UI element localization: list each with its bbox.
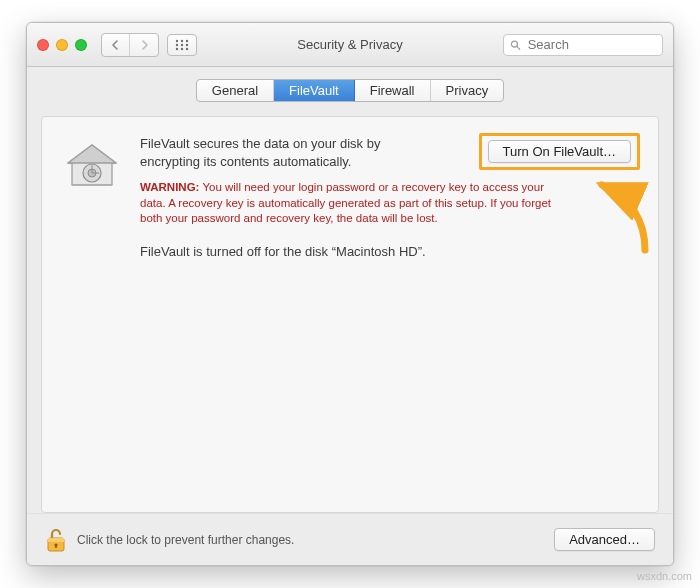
filevault-description: FileVault secures the data on your disk … xyxy=(140,135,430,170)
preferences-window: Security & Privacy General FileVault Fir… xyxy=(26,22,674,566)
content-area: General FileVault Firewall Privacy xyxy=(27,67,673,565)
svg-point-5 xyxy=(186,43,188,45)
filevault-icon xyxy=(60,135,124,191)
forward-button[interactable] xyxy=(130,34,158,56)
search-input[interactable] xyxy=(526,36,656,53)
close-button[interactable] xyxy=(37,39,49,51)
nav-segment xyxy=(101,33,159,57)
turn-on-filevault-button[interactable]: Turn On FileVault… xyxy=(488,140,631,163)
svg-point-0 xyxy=(176,39,178,41)
svg-point-3 xyxy=(176,43,178,45)
svg-point-2 xyxy=(186,39,188,41)
tab-general[interactable]: General xyxy=(197,80,274,101)
tab-bar: General FileVault Firewall Privacy xyxy=(196,79,504,102)
lock-open-icon xyxy=(45,527,67,553)
svg-point-6 xyxy=(176,47,178,49)
tab-filevault[interactable]: FileVault xyxy=(274,80,355,101)
svg-line-10 xyxy=(517,46,520,49)
svg-point-1 xyxy=(181,39,183,41)
filevault-warning: WARNING: You will need your login passwo… xyxy=(140,180,560,227)
tab-firewall[interactable]: Firewall xyxy=(355,80,431,101)
callout-highlight: Turn On FileVault… xyxy=(479,133,640,170)
svg-rect-20 xyxy=(55,545,57,548)
zoom-button[interactable] xyxy=(75,39,87,51)
filevault-panel: FileVault secures the data on your disk … xyxy=(41,116,659,513)
window-controls xyxy=(37,39,87,51)
svg-point-8 xyxy=(186,47,188,49)
footer-bar: Click the lock to prevent further change… xyxy=(27,513,673,565)
show-all-button[interactable] xyxy=(167,34,197,56)
svg-marker-12 xyxy=(68,145,116,163)
minimize-button[interactable] xyxy=(56,39,68,51)
advanced-button[interactable]: Advanced… xyxy=(554,528,655,551)
svg-rect-18 xyxy=(48,538,64,542)
tab-privacy[interactable]: Privacy xyxy=(431,80,504,101)
svg-point-7 xyxy=(181,47,183,49)
watermark-text: wsxdn.com xyxy=(637,570,692,582)
lock-button[interactable] xyxy=(45,527,67,553)
window-toolbar: Security & Privacy xyxy=(27,23,673,67)
filevault-status: FileVault is turned off for the disk “Ma… xyxy=(140,243,636,261)
lock-hint-text: Click the lock to prevent further change… xyxy=(77,533,294,547)
svg-point-4 xyxy=(181,43,183,45)
search-field[interactable] xyxy=(503,34,663,56)
search-icon xyxy=(510,39,521,51)
back-button[interactable] xyxy=(102,34,130,56)
